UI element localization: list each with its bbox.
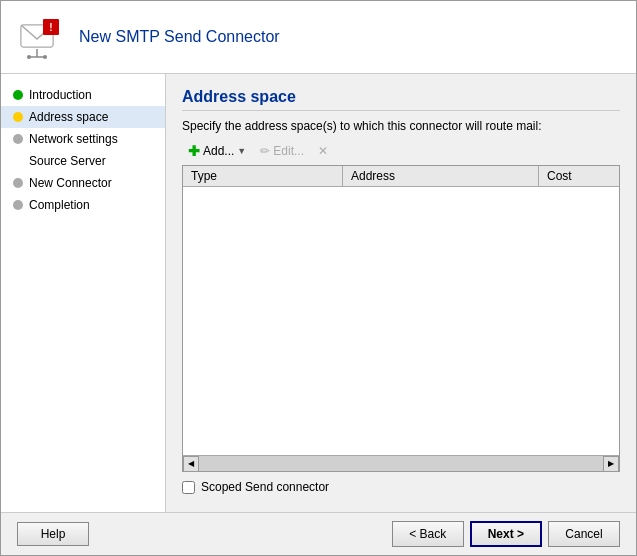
list-body <box>183 187 619 455</box>
svg-point-7 <box>43 55 47 59</box>
dialog: ! New SMTP Send Connector Introduction A… <box>0 0 637 556</box>
list-header: Type Address Cost <box>183 166 619 187</box>
sidebar-label-source-server: Source Server <box>29 154 106 168</box>
sidebar-label-introduction: Introduction <box>29 88 92 102</box>
edit-button[interactable]: ✏ Edit... <box>254 142 310 160</box>
svg-text:!: ! <box>49 22 52 33</box>
cancel-button[interactable]: Cancel <box>548 521 620 547</box>
sidebar-item-new-connector[interactable]: New Connector <box>1 172 165 194</box>
edit-pencil-icon: ✏ <box>260 144 270 158</box>
svg-point-6 <box>27 55 31 59</box>
dialog-body: Introduction Address space Network setti… <box>1 74 636 512</box>
add-icon: ✚ <box>188 143 200 159</box>
back-button[interactable]: < Back <box>392 521 464 547</box>
footer-right: < Back Next > Cancel <box>392 521 620 547</box>
scrollbar-track[interactable] <box>199 456 603 471</box>
bullet-icon <box>13 178 23 188</box>
sidebar-item-network-settings[interactable]: Network settings <box>1 128 165 150</box>
footer-left: Help <box>17 522 89 546</box>
horizontal-scrollbar[interactable]: ◀ ▶ <box>183 455 619 471</box>
section-title: Address space <box>182 88 620 111</box>
scoped-connector-label: Scoped Send connector <box>201 480 329 494</box>
help-button[interactable]: Help <box>17 522 89 546</box>
dropdown-arrow-icon: ▼ <box>237 146 246 156</box>
main-content: Address space Specify the address space(… <box>166 74 636 512</box>
bullet-icon <box>13 90 23 100</box>
delete-icon: ✕ <box>318 144 328 158</box>
sidebar-label-new-connector: New Connector <box>29 176 112 190</box>
scoped-connector-row: Scoped Send connector <box>182 472 620 498</box>
sidebar-label-completion: Completion <box>29 198 90 212</box>
sidebar-label-address-space: Address space <box>29 110 108 124</box>
add-button[interactable]: ✚ Add... ▼ <box>182 141 252 161</box>
edit-label: Edit... <box>273 144 304 158</box>
dialog-title: New SMTP Send Connector <box>79 28 280 46</box>
dialog-footer: Help < Back Next > Cancel <box>1 512 636 555</box>
col-type: Type <box>183 166 343 186</box>
sidebar-item-completion[interactable]: Completion <box>1 194 165 216</box>
toolbar: ✚ Add... ▼ ✏ Edit... ✕ <box>182 141 620 161</box>
sidebar-item-introduction[interactable]: Introduction <box>1 84 165 106</box>
sidebar-item-address-space[interactable]: Address space <box>1 106 165 128</box>
dialog-header: ! New SMTP Send Connector <box>1 1 636 74</box>
sidebar-item-source-server[interactable]: Source Server <box>1 150 165 172</box>
scroll-right-button[interactable]: ▶ <box>603 456 619 472</box>
scoped-connector-checkbox[interactable] <box>182 481 195 494</box>
delete-button[interactable]: ✕ <box>312 142 334 160</box>
add-label: Add... <box>203 144 234 158</box>
bullet-icon <box>13 134 23 144</box>
header-icon: ! <box>17 13 65 61</box>
scroll-left-button[interactable]: ◀ <box>183 456 199 472</box>
bullet-icon <box>13 112 23 122</box>
address-space-list: Type Address Cost ◀ ▶ <box>182 165 620 472</box>
bullet-icon <box>13 200 23 210</box>
col-address: Address <box>343 166 539 186</box>
col-cost: Cost <box>539 166 619 186</box>
next-button[interactable]: Next > <box>470 521 542 547</box>
sidebar-label-network-settings: Network settings <box>29 132 118 146</box>
sidebar: Introduction Address space Network setti… <box>1 74 166 512</box>
section-desc: Specify the address space(s) to which th… <box>182 119 620 133</box>
